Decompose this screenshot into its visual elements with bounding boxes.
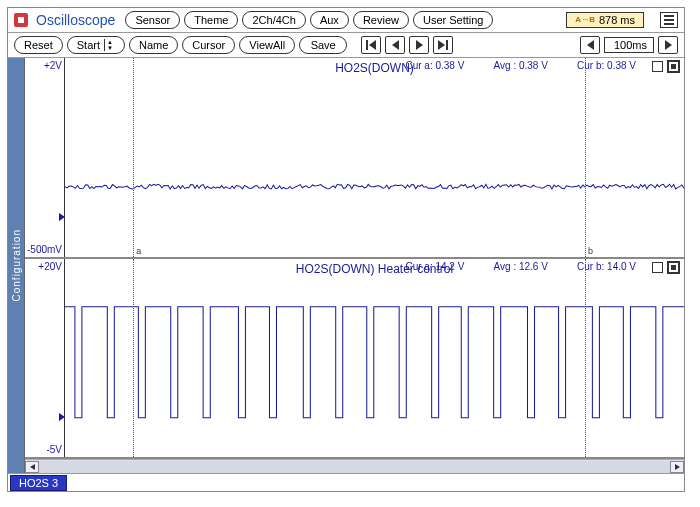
app-window: Oscilloscope Sensor Theme 2Ch/4Ch Aux Re… [7, 7, 685, 492]
panel2-y-top: +20V [38, 261, 62, 272]
cursor-a-line-2[interactable] [133, 259, 134, 458]
ab-span-value: 878 ms [599, 14, 635, 26]
config-sidebar[interactable]: Configuration [8, 58, 24, 473]
panel2-checkbox[interactable] [652, 262, 663, 273]
panel2-curb-value: 14.0 V [607, 261, 636, 272]
panel2-y-axis: +20V -5V [25, 259, 65, 458]
name-button[interactable]: Name [129, 36, 178, 54]
timebase-increase-button[interactable] [658, 36, 678, 54]
panel2-waveform [65, 259, 684, 458]
panel2-plot[interactable]: HO2S(DOWN) Heater control Cur a: 14.2 V … [65, 259, 684, 458]
panel2-maximize-icon[interactable] [667, 261, 680, 274]
panel1-checkbox[interactable] [652, 61, 663, 72]
panel1-title: HO2S(DOWN) [335, 61, 414, 75]
panel2-controls [652, 261, 680, 274]
aux-button[interactable]: Aux [310, 11, 349, 29]
plots-area: +2V -500mV HO2S(DOWN) Cur a: 0.38 V Avg … [24, 58, 684, 473]
header-toolbar: Oscilloscope Sensor Theme 2Ch/4Ch Aux Re… [8, 8, 684, 33]
panel1-plot[interactable]: HO2S(DOWN) Cur a: 0.38 V Avg : 0.38 V Cu… [65, 58, 684, 257]
panel1-cura-value: 0.38 V [435, 60, 464, 71]
panel1-curb-label: Cur b: [577, 60, 604, 71]
panel1-y-axis: +2V -500mV [25, 58, 65, 257]
start-selector[interactable]: Start ▲▼ [67, 36, 125, 54]
cursor-a-line[interactable] [133, 58, 134, 257]
timebase-decrease-button[interactable] [580, 36, 600, 54]
prev-frame-button[interactable] [385, 36, 405, 54]
panel1-avg-value: 0.38 V [519, 60, 548, 71]
panel2-cura-value: 14.2 V [435, 261, 464, 272]
start-label: Start [77, 38, 100, 52]
scroll-right-icon[interactable] [670, 461, 684, 473]
panel1-controls [652, 60, 680, 73]
control-toolbar: Reset Start ▲▼ Name Cursor ViewAll Save … [8, 33, 684, 58]
panel2-y-bot: -5V [46, 444, 62, 455]
panel1-readouts: Cur a: 0.38 V Avg : 0.38 V Cur b: 0.38 V [405, 60, 636, 71]
save-button[interactable]: Save [299, 36, 347, 54]
panel1-y-bot: -500mV [27, 244, 62, 255]
first-frame-button[interactable] [361, 36, 381, 54]
viewall-button[interactable]: ViewAll [239, 36, 295, 54]
menu-icon[interactable] [660, 12, 678, 28]
panel1-y-top: +2V [44, 60, 62, 71]
panel1-waveform [65, 58, 684, 257]
review-button[interactable]: Review [353, 11, 409, 29]
cursor-b-line-2[interactable] [585, 259, 586, 458]
app-title: Oscilloscope [36, 12, 115, 28]
status-bar: HO2S 3 [8, 473, 684, 491]
cursor-b-line[interactable] [585, 58, 586, 257]
horizontal-scrollbar[interactable] [25, 459, 684, 473]
app-icon [14, 13, 28, 27]
theme-button[interactable]: Theme [184, 11, 238, 29]
panel2-cura-label: Cur a: [405, 261, 432, 272]
panel1-cura-label: Cur a: [405, 60, 432, 71]
panel1-avg-label: Avg : [494, 60, 517, 71]
panel1-maximize-icon[interactable] [667, 60, 680, 73]
cursor-button[interactable]: Cursor [182, 36, 235, 54]
cursor-a-label: a [136, 246, 141, 256]
config-sidebar-label: Configuration [11, 229, 22, 301]
timebase-display[interactable]: 100ms [604, 37, 654, 53]
scope-panel-1: +2V -500mV HO2S(DOWN) Cur a: 0.38 V Avg … [25, 58, 684, 259]
workspace: Configuration +2V -500mV HO2S(DOWN) Cur … [8, 58, 684, 473]
channel-toggle-button[interactable]: 2Ch/4Ch [242, 11, 305, 29]
last-frame-button[interactable] [433, 36, 453, 54]
cursor-b-label: b [588, 246, 593, 256]
panel2-avg-label: Avg : [494, 261, 517, 272]
panel2-readouts: Cur a: 14.2 V Avg : 12.6 V Cur b: 14.0 V [405, 261, 636, 272]
status-tab[interactable]: HO2S 3 [10, 475, 67, 491]
scroll-track[interactable] [39, 461, 670, 473]
next-frame-button[interactable] [409, 36, 429, 54]
panel2-avg-value: 12.6 V [519, 261, 548, 272]
sensor-button[interactable]: Sensor [125, 11, 180, 29]
reset-button[interactable]: Reset [14, 36, 63, 54]
panel2-curb-label: Cur b: [577, 261, 604, 272]
ab-span-display: A↔B 878 ms [566, 12, 644, 28]
scope-panel-2: +20V -5V HO2S(DOWN) Heater control Cur a… [25, 259, 684, 460]
panel1-curb-value: 0.38 V [607, 60, 636, 71]
ab-icon: A↔B [575, 16, 595, 24]
user-setting-button[interactable]: User Setting [413, 11, 494, 29]
scroll-left-icon[interactable] [25, 461, 39, 473]
